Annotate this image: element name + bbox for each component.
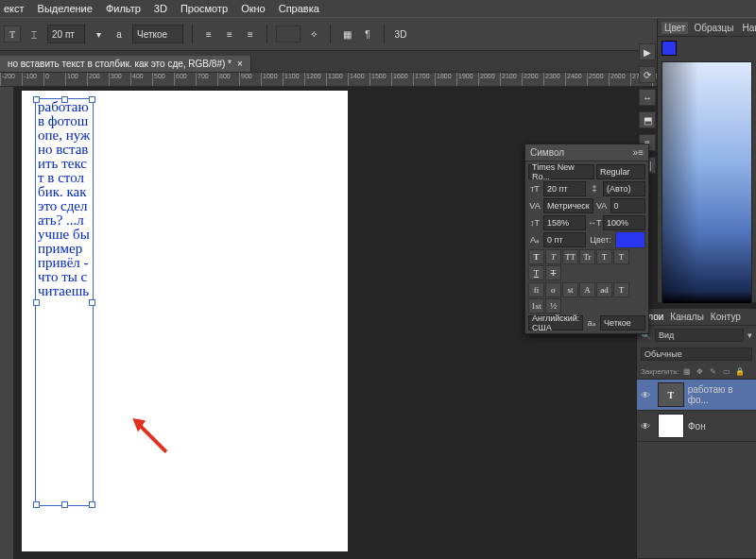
font-size-field[interactable]: 20 пт [47,25,85,43]
bold-button[interactable]: T [528,249,544,264]
handle-se[interactable] [89,501,95,508]
ruler-tick: 1800 [435,73,452,86]
tracking-icon: VA [595,201,609,211]
handle-nw[interactable] [33,96,40,103]
layer-name[interactable]: Фон [688,421,706,432]
tab-color[interactable]: Цвет [662,22,688,34]
menu-window[interactable]: Окно [241,3,266,14]
antialias-field[interactable]: Четкое [132,25,183,43]
tool-preset-icon[interactable]: T [4,25,21,42]
history-icon[interactable]: ⟳ [639,66,656,83]
align-icon[interactable]: ↔ [639,89,656,106]
allcaps-button[interactable]: TT [562,249,578,264]
vscale-field[interactable]: 158% [543,215,586,230]
handle-e[interactable] [89,299,95,306]
baseline-field[interactable]: 0 пт [543,232,586,247]
swatch-icon[interactable]: ⬒ [639,111,656,128]
handle-ne[interactable] [89,96,95,103]
fg-color[interactable] [662,41,677,56]
text-content[interactable]: работаю в фотошопе, нужно вставить текст… [36,99,93,299]
lock-all-icon[interactable]: 🔒 [734,365,746,377]
handle-sw[interactable] [33,501,40,508]
lock-artboard-icon[interactable]: ▭ [721,365,732,377]
font-style-field[interactable]: Regular [596,164,645,179]
handle-s[interactable] [61,501,68,508]
menu-view[interactable]: Просмотр [180,3,228,14]
ruler-tick: 500 [152,73,165,86]
menu-help[interactable]: Справка [279,3,319,14]
dropdown-icon[interactable]: ▾ [91,26,106,42]
alternates-button[interactable]: σ [545,282,561,297]
tab-swatches[interactable]: Образцы [691,22,736,34]
underline-button[interactable]: T [528,265,544,280]
orientation-icon[interactable]: ⌶ [26,26,42,42]
layer-filter-select[interactable]: Вид [655,329,744,342]
handle-w[interactable] [33,299,40,306]
lock-position-icon[interactable]: ✥ [695,365,706,377]
aa-field[interactable]: Четкое [600,315,645,330]
size-field[interactable]: 20 пт [543,181,586,196]
kerning-field[interactable]: Метрическ [543,198,593,213]
menu-3d[interactable]: 3D [154,3,167,14]
text-box[interactable]: работаю в фотошопе, нужно вставить текст… [35,98,94,506]
leading-icon: ‡ [588,184,601,194]
char-panel-icon[interactable]: ¶ [360,26,375,42]
discretionary-button[interactable]: st [562,282,578,297]
layer-name[interactable]: работаю в фо... [688,384,756,405]
warp-text-icon[interactable]: ⟡ [306,26,321,42]
font-family-field[interactable]: Times New Ro... [528,164,594,179]
play-icon[interactable]: ▶ [639,43,656,60]
character-panel-header[interactable]: Символ »≡ [525,144,648,161]
subscript-button[interactable]: T [613,249,629,264]
tab-paths[interactable]: Контур [711,312,741,322]
align-center-icon[interactable]: ≡ [222,26,237,42]
visibility-icon[interactable]: 👁 [637,421,654,432]
tab-channels[interactable]: Каналы [670,312,704,322]
align-left-icon[interactable]: ≡ [201,26,216,42]
ordinals-button[interactable]: 1st [528,298,544,313]
smallcaps-button[interactable]: Tr [579,249,595,264]
close-icon[interactable]: × [237,59,243,69]
layer-filter-row: 🔍 Вид ▾ [637,326,756,345]
stylistic-button[interactable]: ad [596,282,612,297]
color-picker-gradient[interactable] [662,61,752,304]
leading-field[interactable]: (Авто) [603,181,645,196]
blend-mode-select[interactable]: Обычные [641,347,752,361]
align-right-icon[interactable]: ≡ [243,26,258,42]
menu-select[interactable]: Выделение [38,3,93,14]
panels-icon[interactable]: ▦ [339,26,354,42]
layer-row[interactable]: 👁 T работаю в фо... [637,380,756,411]
titling-button[interactable]: T [613,282,629,297]
canvas[interactable]: работаю в фотошопе, нужно вставить текст… [22,91,348,551]
character-panel[interactable]: Символ »≡ Times New Ro... Regular тТ 20 … [524,144,649,334]
menu-text[interactable]: екст [4,3,25,14]
layer-thumb-image [658,414,684,438]
visibility-icon[interactable]: 👁 [637,390,654,400]
dropdown-icon[interactable]: ▾ [747,330,752,340]
char-color-swatch[interactable] [615,231,645,248]
swash-button[interactable]: A [579,282,595,297]
language-field[interactable]: Английский: США [528,315,583,330]
superscript-button[interactable]: T [596,249,612,264]
strike-button[interactable]: T [545,265,561,280]
ligatures-button[interactable]: fi [528,282,544,297]
fractions-button[interactable]: ½ [545,298,561,313]
handle-n[interactable] [61,96,68,103]
hscale-icon: ↔T [588,218,601,228]
tracking-field[interactable]: 0 [610,198,645,213]
hscale-field[interactable]: 100% [603,215,645,230]
ruler-tick: 2000 [478,73,495,86]
menu-filter[interactable]: Фильтр [106,3,141,14]
ruler-tick: 600 [174,73,187,86]
document-tab[interactable]: но вставить текст в столбик. как это сде… [0,56,251,72]
3d-icon[interactable]: 3D [393,26,408,42]
italic-button[interactable]: T [545,249,561,264]
tab-navigator[interactable]: Навига [739,22,756,34]
lock-brush-icon[interactable]: ✎ [708,365,719,377]
text-color-swatch[interactable] [276,25,301,42]
ruler-tick: 2300 [543,73,560,86]
layer-row[interactable]: 👁 Фон [637,411,756,442]
fg-bg-swatch[interactable] [658,37,756,59]
lock-pixels-icon[interactable]: ▦ [681,365,693,377]
collapse-icon[interactable]: »≡ [633,147,644,158]
